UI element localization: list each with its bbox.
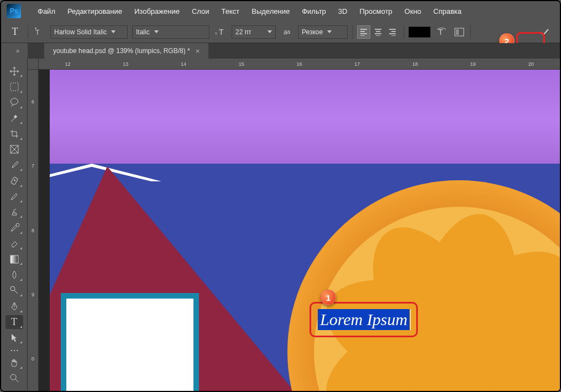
menu-type[interactable]: Текст [216, 5, 245, 18]
svg-rect-5 [456, 29, 459, 35]
align-right-button[interactable] [386, 25, 399, 39]
caret-icon [327, 30, 332, 33]
healing-brush-tool[interactable] [6, 174, 23, 187]
type-tool[interactable]: T [6, 315, 23, 329]
blur-tool[interactable] [6, 268, 23, 281]
tool-bar: T ⋯ [1, 59, 28, 391]
ruler-tick: 17 [328, 59, 386, 69]
marquee-tool[interactable] [6, 80, 23, 93]
svg-text:т: т [215, 31, 217, 36]
ruler-tick: 15 [212, 59, 270, 69]
svg-text:T: T [219, 28, 224, 36]
svg-rect-6 [11, 83, 18, 91]
ruler-tick: 19 [444, 59, 502, 69]
font-size-icon: тT [214, 25, 227, 39]
brush-tool[interactable] [6, 190, 23, 203]
align-left-button[interactable] [357, 25, 370, 39]
menu-file[interactable]: Файл [32, 5, 61, 18]
font-size-dropdown[interactable]: 22 пт [232, 25, 276, 39]
ruler-tick: 9 [28, 263, 38, 327]
ruler-tick: 20 [502, 59, 560, 69]
ellipsis-tool[interactable]: ⋯ [6, 346, 23, 354]
ruler-tick: 6 [28, 70, 38, 134]
text-color-swatch[interactable] [408, 27, 431, 38]
menu-filter[interactable]: Фильтр [296, 5, 332, 18]
character-panel-button[interactable] [453, 25, 466, 39]
menu-layer[interactable]: Слои [186, 5, 215, 18]
font-family-value: Harlow Solid Italic [54, 28, 107, 36]
frame-tool[interactable] [6, 143, 23, 156]
document-tab[interactable]: youtube head.psd @ 139% (lumpics, RGB/8)… [44, 43, 208, 59]
menu-view[interactable]: Просмотр [354, 5, 397, 18]
ruler-tick: 7 [28, 134, 38, 198]
move-tool[interactable] [6, 64, 23, 78]
caret-icon [111, 30, 116, 33]
document-tab-bar: youtube head.psd @ 139% (lumpics, RGB/8)… [28, 43, 560, 59]
lasso-tool[interactable] [6, 96, 23, 109]
history-brush-tool[interactable] [6, 221, 23, 234]
menu-image[interactable]: Изображение [129, 5, 185, 18]
antialias-value: Резкое [302, 28, 323, 36]
menu-bar: Ps Файл Редактирование Изображение Слои … [1, 1, 560, 21]
text-content[interactable]: Lorem Ipsum [320, 310, 407, 328]
antialias-dropdown[interactable]: Резкое [298, 25, 348, 39]
text-edit-region[interactable]: Lorem Ipsum [310, 302, 418, 337]
background-purple [50, 70, 560, 169]
close-icon[interactable]: × [196, 47, 200, 55]
dodge-tool[interactable] [6, 284, 23, 297]
ruler-tick: 16 [270, 59, 328, 69]
menu-window[interactable]: Окно [399, 5, 427, 18]
svg-point-11 [11, 374, 16, 380]
divider [28, 25, 28, 39]
divider [352, 25, 353, 39]
menu-3d[interactable]: 3D [333, 5, 353, 18]
teal-frame [61, 293, 199, 391]
clone-stamp-tool[interactable] [6, 205, 23, 219]
ruler-vertical[interactable]: 6 7 8 9 0 [28, 70, 39, 391]
artwork: Lorem Ipsum 1 [50, 70, 560, 391]
canvas-area: 12 13 14 15 16 17 18 19 20 6 7 8 9 0 [28, 59, 560, 391]
crop-tool[interactable] [6, 127, 23, 140]
orange-flesh [314, 207, 560, 391]
text-orientation-toggle[interactable]: T [33, 25, 46, 39]
magic-wand-tool[interactable] [6, 111, 23, 125]
menu-help[interactable]: Справка [428, 5, 467, 18]
eyedropper-tool[interactable] [6, 158, 23, 172]
commit-button[interactable] [534, 24, 554, 40]
canvas[interactable]: Lorem Ipsum 1 [50, 70, 560, 391]
options-bar: T T Harlow Solid Italic Italic тT 22 пт … [1, 21, 560, 43]
ruler-tick: 0 [28, 327, 38, 391]
ruler-horizontal[interactable]: 12 13 14 15 16 17 18 19 20 [39, 59, 560, 70]
panel-expand-handle[interactable]: » [8, 45, 28, 56]
divider [470, 25, 471, 39]
font-family-dropdown[interactable]: Harlow Solid Italic [50, 25, 128, 39]
menu-select[interactable]: Выделение [246, 5, 295, 18]
document-tab-title: youtube head.psd @ 139% (lumpics, RGB/8)… [53, 47, 190, 55]
font-size-value: 22 пт [235, 28, 251, 36]
menu-edit[interactable]: Редактирование [62, 5, 128, 18]
svg-rect-9 [11, 255, 18, 263]
type-tool-indicator: T [7, 24, 23, 40]
eraser-tool[interactable] [6, 237, 23, 250]
antialias-icon: aa [280, 25, 293, 39]
ruler-tick: 8 [28, 198, 38, 262]
ruler-tick: 12 [39, 59, 97, 69]
annotation-badge-1: 1 [321, 290, 336, 305]
white-rectangle [66, 299, 193, 391]
gradient-tool[interactable] [6, 252, 23, 266]
text-align-group [357, 25, 399, 39]
zoom-tool[interactable] [6, 372, 23, 385]
ruler-tick: 14 [155, 59, 213, 69]
pen-tool[interactable] [6, 299, 23, 313]
text-selection: Lorem Ipsum [318, 309, 410, 330]
work-area: T ⋯ 12 13 14 15 16 17 18 19 20 6 7 8 9 0 [1, 59, 560, 391]
font-style-value: Italic [136, 28, 150, 36]
align-center-button[interactable] [371, 25, 385, 39]
divider [403, 25, 404, 39]
path-selection-tool[interactable] [6, 331, 23, 344]
ruler-tick: 13 [97, 59, 155, 69]
font-style-dropdown[interactable]: Italic [132, 25, 209, 39]
warp-text-button[interactable]: T [435, 25, 448, 39]
app-logo: Ps [7, 4, 21, 18]
hand-tool[interactable] [6, 356, 23, 369]
